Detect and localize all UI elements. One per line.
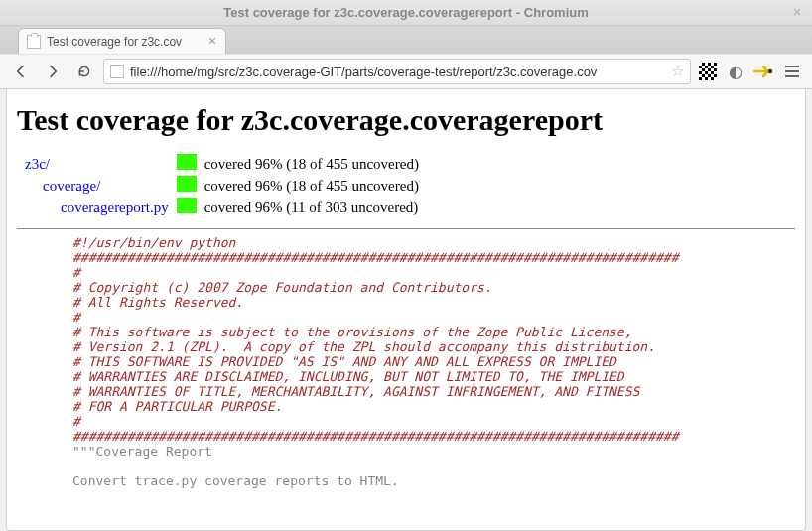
link-z3c[interactable]: z3c/ bbox=[25, 156, 50, 172]
tab-close-icon[interactable]: × bbox=[205, 35, 219, 49]
window-title: Test coverage for z3c.coverage.coverager… bbox=[223, 5, 589, 20]
hamburger-menu-icon[interactable] bbox=[780, 60, 804, 83]
link-coverage[interactable]: coverage/ bbox=[43, 178, 100, 194]
svg-point-0 bbox=[768, 69, 772, 73]
coverage-text: covered 96% (18 of 455 uncovered) bbox=[201, 153, 423, 175]
coverage-bar bbox=[177, 176, 197, 192]
qr-extension-icon[interactable] bbox=[697, 61, 719, 82]
page-viewport: Test coverage for z3c.coverage.coverager… bbox=[6, 89, 806, 531]
file-icon bbox=[27, 35, 41, 49]
shield-extension-icon[interactable]: ◐ bbox=[725, 61, 746, 82]
page-title: Test coverage for z3c.coverage.coverager… bbox=[17, 103, 795, 137]
table-row: coverage/ covered 96% (18 of 455 uncover… bbox=[25, 175, 423, 197]
source-listing: #!/usr/bin/env python ##################… bbox=[17, 235, 795, 488]
coverage-text: covered 96% (11 of 303 uncovered) bbox=[201, 197, 423, 218]
toolbar: file:///home/mg/src/z3c.coverage-GIT/par… bbox=[0, 54, 812, 89]
coverage-bar bbox=[177, 198, 197, 213]
tabstrip: Test coverage for z3c.cov × bbox=[0, 26, 812, 54]
separator bbox=[17, 228, 795, 229]
url-text: file:///home/mg/src/z3c.coverage-GIT/par… bbox=[130, 65, 665, 79]
link-coveragereport[interactable]: coveragereport.py bbox=[61, 199, 169, 215]
browser-tab[interactable]: Test coverage for z3c.cov × bbox=[18, 28, 226, 54]
coverage-bar bbox=[177, 154, 197, 170]
coverage-text: covered 96% (18 of 455 uncovered) bbox=[201, 175, 423, 197]
window-titlebar: Test coverage for z3c.coverage.coverager… bbox=[0, 0, 812, 26]
page-icon bbox=[110, 65, 124, 78]
table-row: coveragereport.py covered 96% (11 of 303… bbox=[25, 197, 423, 218]
address-bar[interactable]: file:///home/mg/src/z3c.coverage-GIT/par… bbox=[103, 59, 691, 84]
forward-button[interactable] bbox=[40, 59, 66, 84]
back-button[interactable] bbox=[8, 59, 34, 84]
coverage-table: z3c/ covered 96% (18 of 455 uncovered) c… bbox=[25, 153, 423, 218]
arrow-extension-icon[interactable] bbox=[752, 61, 774, 82]
tab-title: Test coverage for z3c.cov bbox=[47, 35, 200, 49]
window-close-icon[interactable]: × bbox=[790, 5, 804, 19]
bookmark-star-icon[interactable]: ☆ bbox=[671, 63, 684, 80]
table-row: z3c/ covered 96% (18 of 455 uncovered) bbox=[25, 153, 423, 175]
reload-button[interactable] bbox=[71, 59, 97, 84]
